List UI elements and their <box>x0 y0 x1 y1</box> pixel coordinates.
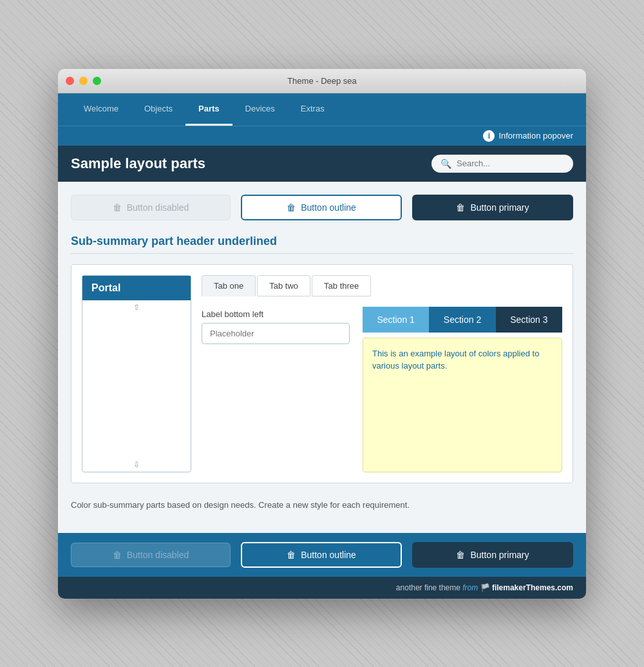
window-title: Theme - Deep sea <box>287 76 357 86</box>
search-icon: 🔍 <box>440 159 451 169</box>
nav-item-extras[interactable]: Extras <box>288 93 337 126</box>
tabs-row: Tab one Tab two Tab three <box>202 275 562 296</box>
nav-item-parts[interactable]: Parts <box>185 93 232 126</box>
info-popover-button[interactable]: i Information popover <box>483 130 573 142</box>
titlebar: Theme - Deep sea <box>58 69 586 93</box>
content-area: Portal ⇧ ⇩ Tab one Tab two Tab three <box>71 264 573 483</box>
portal-scroll-down[interactable]: ⇩ <box>82 458 191 472</box>
maximize-button[interactable] <box>93 77 101 85</box>
window-controls <box>66 77 101 85</box>
section-tab-2[interactable]: Section 2 <box>429 307 495 333</box>
tab-two[interactable]: Tab two <box>257 275 310 296</box>
form-field-area: Label bottom left <box>202 307 350 472</box>
section-tab-3[interactable]: Section 3 <box>496 307 562 333</box>
brand-text: another fine theme from 🏳️ filemakerThem… <box>396 583 573 592</box>
trash-icon-footer-disabled: 🗑 <box>113 550 122 560</box>
description-text: Color sub-summary parts based on design … <box>71 494 573 520</box>
disabled-button-top: 🗑 Button disabled <box>71 195 231 220</box>
trash-icon-outline: 🗑 <box>287 202 296 213</box>
main-content: 🗑 Button disabled 🗑 Button outline 🗑 But… <box>58 182 586 533</box>
navbar: Welcome Objects Parts Devices Extras <box>58 93 586 126</box>
top-buttons-row: 🗑 Button disabled 🗑 Button outline 🗑 But… <box>71 195 573 220</box>
trash-icon-footer-primary: 🗑 <box>456 550 465 560</box>
portal-body: ⇧ ⇩ <box>82 300 191 472</box>
portal-panel: Portal ⇧ ⇩ <box>82 275 191 472</box>
app-window: Theme - Deep sea Welcome Objects Parts D… <box>58 69 586 599</box>
trash-icon-primary: 🗑 <box>456 202 465 213</box>
subsummary-heading: Sub-summary part header underlined <box>71 235 573 254</box>
search-input[interactable] <box>457 159 564 168</box>
note-text: This is an example layout of colors appl… <box>372 347 553 372</box>
primary-button-top[interactable]: 🗑 Button primary <box>412 195 573 220</box>
trash-icon-disabled: 🗑 <box>113 202 122 213</box>
page-header: Sample layout parts 🔍 <box>58 146 586 182</box>
infobar: i Information popover <box>58 126 586 146</box>
minimize-button[interactable] <box>79 77 88 85</box>
outline-button-footer[interactable]: 🗑 Button outline <box>241 542 402 568</box>
page-title: Sample layout parts <box>71 155 205 172</box>
portal-header: Portal <box>82 276 191 300</box>
note-area: This is an example layout of colors appl… <box>363 338 562 472</box>
tab-three[interactable]: Tab three <box>312 275 371 296</box>
right-panel: Tab one Tab two Tab three Label bottom l… <box>202 275 562 472</box>
nav-item-objects[interactable]: Objects <box>131 93 185 126</box>
field-input[interactable] <box>202 323 350 344</box>
tab-one[interactable]: Tab one <box>202 275 256 296</box>
field-label: Label bottom left <box>202 309 350 319</box>
sections-area: Section 1 Section 2 Section 3 This is an… <box>363 307 562 472</box>
nav-item-welcome[interactable]: Welcome <box>71 93 131 126</box>
info-popover-label: Information popover <box>498 131 573 140</box>
section-tabs: Section 1 Section 2 Section 3 <box>363 307 562 333</box>
outline-button-top[interactable]: 🗑 Button outline <box>241 195 402 220</box>
portal-scroll-up[interactable]: ⇧ <box>82 300 191 314</box>
disabled-button-footer: 🗑 Button disabled <box>71 543 231 567</box>
section-tab-1[interactable]: Section 1 <box>363 307 429 333</box>
footer-bar: 🗑 Button disabled 🗑 Button outline 🗑 But… <box>58 533 586 577</box>
info-icon: i <box>483 130 495 142</box>
trash-icon-footer-outline: 🗑 <box>287 550 296 560</box>
primary-button-footer[interactable]: 🗑 Button primary <box>412 542 573 568</box>
brand-bar: another fine theme from 🏳️ filemakerThem… <box>58 577 586 599</box>
close-button[interactable] <box>66 77 74 85</box>
search-box[interactable]: 🔍 <box>431 155 573 173</box>
nav-item-devices[interactable]: Devices <box>232 93 288 126</box>
